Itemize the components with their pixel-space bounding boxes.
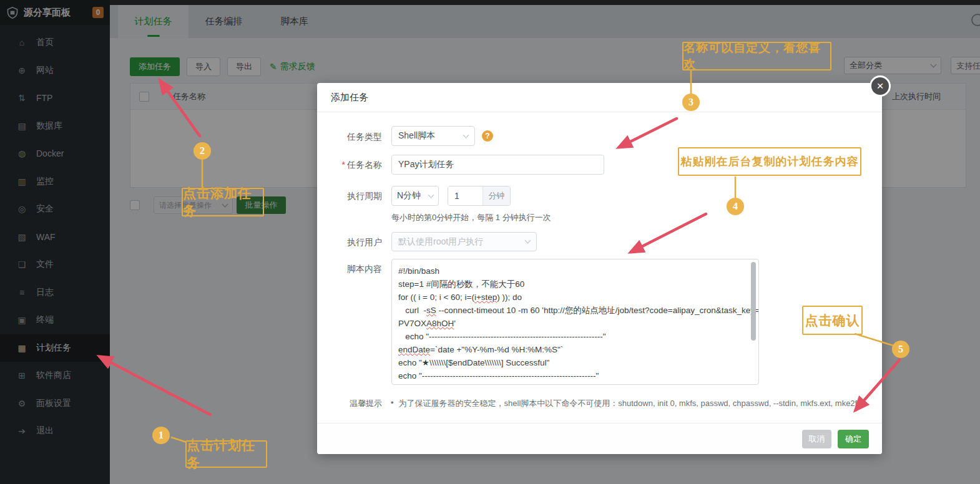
script-line: #!/bin/bash [398, 264, 747, 278]
task-type-label: 任务类型 [317, 127, 382, 147]
script-line: echo "----------------------------------… [398, 369, 747, 382]
script-text: #!/bin/bashstep=1 #间隔的秒数，不能大于60for (( i … [398, 264, 747, 385]
script-line: PV7OXA8hOH' [398, 317, 747, 330]
tip-text: 为了保证服务器的安全稳定，shell脚本中以下命令不可使用：shutdown, … [399, 398, 861, 409]
step-badge-4: 4 [727, 198, 744, 215]
run-user-label: 执行用户 [317, 232, 382, 252]
scrollbar-thumb[interactable] [751, 262, 756, 341]
dialog-footer: 取消 确定 [317, 423, 882, 454]
step-badge-2: 2 [194, 142, 211, 160]
task-name-label: *任务名称 [317, 155, 382, 175]
tip-label: 温馨提示 [317, 398, 382, 409]
script-line: curl -sS --connect-timeout 10 -m 60 'htt… [398, 304, 747, 317]
required-asterisk: * [342, 160, 345, 170]
script-content-label: 脚本内容 [317, 259, 382, 279]
script-line: step=1 #间隔的秒数，不能大于60 [398, 278, 747, 291]
callout-click-cron: 点击计划任务 [185, 440, 267, 468]
step-badge-1: 1 [152, 427, 170, 444]
callout-click-confirm: 点击确认 [802, 306, 863, 335]
tip-row: 温馨提示 • 为了保证服务器的安全稳定，shell脚本中以下命令不可使用：shu… [317, 398, 882, 409]
cycle-value-field: 1 分钟 [448, 186, 511, 206]
task-name-input[interactable] [391, 155, 604, 175]
script-line: echo "★\\\\\\\[$endDate\\\\\\\] Successf… [398, 356, 747, 369]
step-badge-3: 3 [682, 94, 700, 111]
bullet-icon: • [391, 398, 394, 409]
script-line: echo "----------------------------------… [398, 330, 747, 343]
script-line: endDate=`date +"%Y-%m-%d %H:%M:%S"` [398, 343, 747, 356]
chevron-down-icon [428, 191, 434, 198]
script-line: sleep $step [398, 382, 747, 385]
cycle-unit-suffix: 分钟 [483, 186, 510, 205]
help-icon[interactable]: ? [482, 130, 493, 142]
callout-click-add-task: 点击添加任务 [182, 188, 264, 216]
cycle-value-input[interactable]: 1 [448, 186, 483, 205]
task-type-select[interactable]: Shell脚本 [391, 126, 475, 146]
chevron-down-icon [463, 132, 469, 138]
cycle-label: 执行周期 [317, 186, 382, 206]
close-icon[interactable]: × [870, 75, 891, 97]
callout-custom-name: 名称可以自定义，看您喜欢 [682, 42, 831, 70]
run-user-select[interactable]: 默认使用root用户执行 [391, 232, 537, 251]
confirm-button[interactable]: 确定 [838, 430, 869, 448]
add-task-dialog: × 添加任务 任务类型 Shell脚本 ? *任务名称 执行周期 N分钟 1 分… [317, 83, 882, 454]
dialog-title: 添加任务 [317, 83, 882, 112]
cancel-button[interactable]: 取消 [802, 430, 831, 448]
chevron-down-icon [525, 238, 531, 244]
cycle-type-select[interactable]: N分钟 [391, 186, 439, 206]
step-badge-5: 5 [892, 341, 909, 358]
script-content-textarea[interactable]: #!/bin/bashstep=1 #间隔的秒数，不能大于60for (( i … [391, 259, 759, 385]
cycle-hint: 每小时的第0分钟开始，每隔 1 分钟执行一次 [391, 212, 551, 223]
callout-paste-content: 粘贴刚在后台复制的计划任务内容 [678, 147, 861, 176]
script-line: for (( i = 0; i < 60; i=(i+step) )); do [398, 291, 747, 304]
screen: 源分享面板 0 ⌂首页 ⊕网站 ⇅FTP ▤数据库 ◍Docker ▥监控 ◎安… [0, 0, 980, 484]
